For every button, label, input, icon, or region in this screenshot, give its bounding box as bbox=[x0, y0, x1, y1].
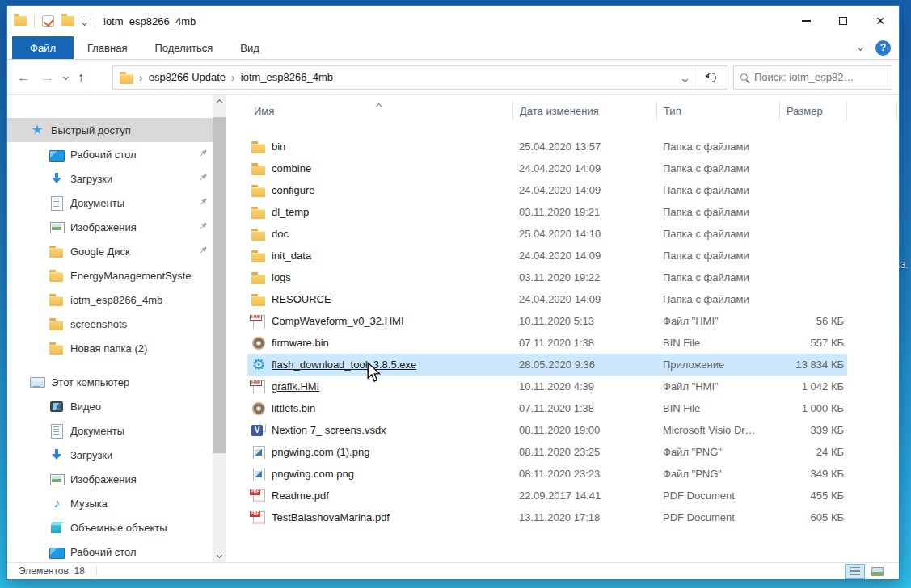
file-name: pngwing.com (1).png bbox=[272, 446, 369, 458]
sidebar-item[interactable]: Музыка bbox=[7, 491, 213, 515]
close-button[interactable]: × bbox=[862, 6, 899, 36]
file-type: Файл "HMI" bbox=[656, 315, 779, 327]
table-row[interactable]: init_data 24.04.2020 14:09 Папка с файла… bbox=[247, 245, 847, 267]
file-date: 08.11.2020 23:23 bbox=[512, 468, 656, 480]
sidebar-item[interactable]: Документы bbox=[7, 191, 213, 215]
sidebar-item[interactable]: Загрузки bbox=[7, 166, 213, 191]
sidebar-item-icon bbox=[49, 545, 64, 558]
file-type: Папка с файлами bbox=[656, 293, 779, 305]
sidebar-item[interactable]: Рабочий стол bbox=[7, 540, 213, 562]
sidebar-item[interactable]: screenshots bbox=[7, 312, 213, 336]
qat-customize-chevron-icon[interactable] bbox=[82, 17, 87, 25]
column-header-size[interactable]: Размер bbox=[779, 102, 847, 121]
sidebar-item-label: iotm_esp8266_4mb bbox=[70, 294, 192, 306]
sidebar-item[interactable]: Документы bbox=[7, 418, 213, 443]
file-date: 07.11.2020 1:38 bbox=[512, 337, 656, 349]
details-view-button[interactable] bbox=[845, 564, 865, 579]
address-dropdown-chevron-icon[interactable] bbox=[683, 70, 687, 85]
table-row[interactable]: configure 24.04.2020 14:09 Папка с файла… bbox=[247, 179, 847, 201]
refresh-button[interactable] bbox=[694, 65, 728, 90]
file-date: 08.11.2020 19:00 bbox=[512, 424, 656, 436]
minimize-button[interactable] bbox=[787, 6, 825, 36]
table-row[interactable]: grafik.HMI 10.11.2020 4:39 Файл "HMI" 1 … bbox=[247, 376, 847, 397]
file-type: Файл "HMI" bbox=[656, 380, 779, 393]
sidebar-item[interactable]: Быстрый доступ bbox=[7, 118, 213, 142]
address-bar[interactable]: › esp8266 Update › iotm_esp8266_4mb bbox=[112, 65, 694, 90]
table-row[interactable]: CompWaveform_v0_32.HMI 10.11.2020 5:13 Ф… bbox=[247, 310, 847, 332]
file-name: Readme.pdf bbox=[272, 489, 329, 502]
titlebar: iotm_esp8266_4mb × bbox=[7, 6, 899, 36]
back-button[interactable]: ← bbox=[17, 69, 31, 86]
ribbon-collapse-chevron-icon[interactable] bbox=[858, 44, 863, 50]
sidebar-item-icon bbox=[49, 220, 64, 233]
recent-locations-chevron-icon[interactable] bbox=[63, 74, 69, 80]
sidebar-item[interactable]: Видео bbox=[7, 394, 213, 418]
file-rows: bin 25.04.2020 13:57 Папка с файлами com… bbox=[247, 136, 899, 528]
scroll-down-arrow[interactable] bbox=[213, 548, 226, 562]
properties-check-icon[interactable] bbox=[42, 15, 54, 27]
table-row[interactable]: firmware.bin 07.11.2020 1:38 BIN File 55… bbox=[247, 332, 847, 354]
maximize-button[interactable] bbox=[825, 6, 862, 36]
sidebar-item[interactable]: EnergyManagementSystemN bbox=[7, 263, 213, 288]
sidebar-item[interactable]: Google Диск bbox=[7, 239, 213, 263]
separator bbox=[95, 15, 95, 27]
sidebar-item[interactable]: Новая папка (2) bbox=[7, 336, 213, 360]
table-row[interactable]: doc 25.04.2020 14:10 Папка с файлами bbox=[247, 223, 847, 245]
table-row[interactable]: pngwing.com (1).png 08.11.2020 23:25 Фай… bbox=[247, 441, 847, 463]
sidebar-item[interactable]: iotm_esp8266_4mb bbox=[7, 288, 213, 312]
new-folder-icon[interactable] bbox=[61, 16, 74, 26]
table-row[interactable]: pngwing.com.png 08.11.2020 23:23 Файл "P… bbox=[247, 463, 847, 485]
column-header-name[interactable]: Имя bbox=[247, 102, 512, 121]
search-input[interactable] bbox=[754, 71, 885, 83]
column-header-date[interactable]: Дата изменения bbox=[512, 102, 656, 121]
sidebar-item-icon bbox=[49, 172, 64, 185]
table-row[interactable]: Readme.pdf 22.09.2017 14:41 PDF Document… bbox=[247, 485, 847, 506]
sidebar-item[interactable]: Изображения bbox=[7, 467, 213, 491]
help-button[interactable]: ? bbox=[875, 40, 891, 56]
sidebar-item-label: Изображения bbox=[70, 473, 192, 485]
table-row[interactable]: combine 24.04.2020 14:09 Папка с файлами bbox=[247, 158, 847, 179]
sidebar-item[interactable]: Загрузки bbox=[7, 443, 213, 467]
sidebar-item[interactable]: Этот компьютер bbox=[7, 370, 213, 394]
search-icon bbox=[740, 74, 748, 81]
sidebar-item-label: Видео bbox=[70, 401, 192, 413]
column-header-type[interactable]: Тип bbox=[656, 102, 779, 121]
items-count: Элементов: 18 bbox=[19, 565, 85, 577]
thumbnails-view-button[interactable] bbox=[867, 564, 888, 579]
sidebar-item-icon bbox=[49, 293, 64, 306]
file-icon bbox=[251, 489, 266, 502]
tab-file[interactable]: Файл bbox=[12, 36, 74, 59]
file-icon bbox=[251, 446, 266, 459]
file-name: pngwing.com.png bbox=[272, 468, 354, 480]
table-row[interactable]: dl_temp 03.11.2020 19:21 Папка с файлами bbox=[247, 201, 847, 223]
tab-view[interactable]: Вид bbox=[226, 36, 273, 59]
up-button[interactable]: ↑ bbox=[78, 70, 84, 85]
breadcrumb-separator: › bbox=[139, 71, 143, 84]
table-row[interactable]: flash_download_tool_3.8.5.exe 28.05.2020… bbox=[247, 354, 847, 376]
view-toggle-buttons bbox=[845, 564, 899, 579]
file-icon bbox=[251, 424, 266, 437]
forward-button[interactable]: → bbox=[40, 69, 54, 86]
tab-share[interactable]: Поделиться bbox=[141, 36, 226, 59]
sidebar-item-icon bbox=[49, 148, 64, 161]
breadcrumb-parent[interactable]: esp8266 Update bbox=[149, 71, 226, 83]
table-row[interactable]: TestBalashovaMarina.pdf 13.11.2020 17:18… bbox=[247, 506, 847, 528]
file-size: 56 КБ bbox=[779, 315, 847, 327]
sidebar-item-icon bbox=[30, 376, 44, 388]
scroll-up-arrow[interactable] bbox=[213, 95, 226, 109]
table-row[interactable]: RESOURCE 24.04.2020 14:09 Папка с файлам… bbox=[247, 288, 847, 310]
table-row[interactable]: logs 03.11.2020 19:22 Папка с файлами bbox=[247, 267, 847, 288]
sidebar-item-label: Загрузки bbox=[70, 449, 192, 461]
sidebar-item[interactable]: Объемные объекты bbox=[7, 515, 213, 540]
file-size: 13 834 КБ bbox=[779, 359, 847, 371]
table-row[interactable]: littlefs.bin 07.11.2020 1:38 BIN File 1 … bbox=[247, 397, 847, 419]
table-row[interactable]: Nextion 7_ screens.vsdx 08.11.2020 19:00… bbox=[247, 419, 847, 441]
scrollbar-thumb[interactable] bbox=[213, 117, 226, 453]
breadcrumb-current[interactable]: iotm_esp8266_4mb bbox=[241, 71, 333, 83]
file-name: littlefs.bin bbox=[272, 402, 315, 414]
sidebar-item[interactable]: Изображения bbox=[7, 215, 213, 239]
sidebar-scrollbar[interactable] bbox=[213, 95, 226, 562]
tab-home[interactable]: Главная bbox=[74, 36, 141, 59]
sidebar-item[interactable]: Рабочий стол bbox=[7, 142, 213, 166]
table-row[interactable]: bin 25.04.2020 13:57 Папка с файлами bbox=[247, 136, 847, 158]
